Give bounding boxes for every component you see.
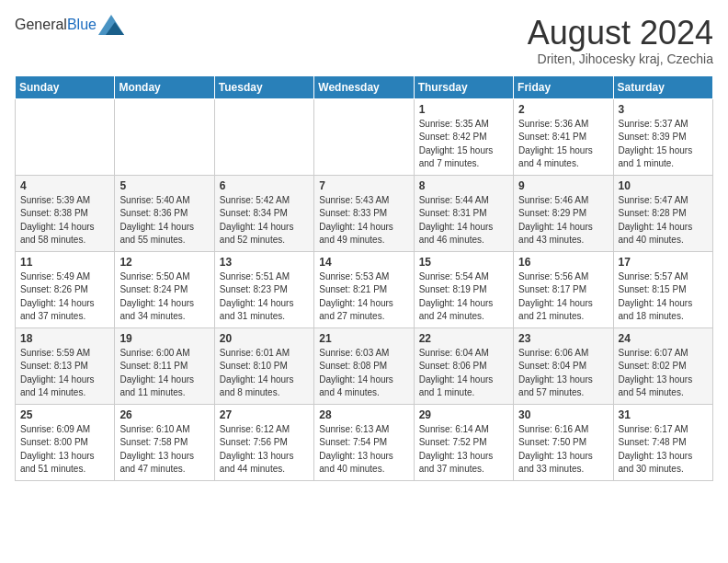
day-number: 30 (518, 408, 608, 421)
weekday-header-tuesday: Tuesday (214, 75, 313, 98)
day-info: Sunrise: 6:00 AM Sunset: 8:11 PM Dayligh… (119, 347, 209, 400)
day-cell: 1Sunrise: 5:35 AM Sunset: 8:42 PM Daylig… (414, 98, 513, 175)
day-number: 14 (319, 256, 408, 269)
day-number: 1 (419, 103, 508, 116)
page-header: GeneralBlue August 2024 Driten, Jihocesk… (15, 15, 713, 66)
day-info: Sunrise: 5:49 AM Sunset: 8:26 PM Dayligh… (20, 270, 109, 324)
day-cell: 11Sunrise: 5:49 AM Sunset: 8:26 PM Dayli… (16, 251, 115, 327)
weekday-header-wednesday: Wednesday (314, 75, 414, 98)
day-info: Sunrise: 5:51 AM Sunset: 8:23 PM Dayligh… (220, 270, 309, 324)
day-cell: 26Sunrise: 6:10 AM Sunset: 7:58 PM Dayli… (115, 404, 214, 480)
day-number: 19 (119, 332, 209, 345)
day-number: 5 (119, 179, 209, 192)
day-info: Sunrise: 6:07 AM Sunset: 8:02 PM Dayligh… (619, 347, 708, 400)
day-cell: 16Sunrise: 5:56 AM Sunset: 8:17 PM Dayli… (514, 251, 613, 327)
day-cell: 4Sunrise: 5:39 AM Sunset: 8:38 PM Daylig… (16, 175, 115, 251)
day-cell: 28Sunrise: 6:13 AM Sunset: 7:54 PM Dayli… (314, 404, 414, 480)
day-cell: 7Sunrise: 5:43 AM Sunset: 8:33 PM Daylig… (314, 175, 414, 251)
day-number: 3 (619, 103, 708, 116)
day-cell: 12Sunrise: 5:50 AM Sunset: 8:24 PM Dayli… (115, 251, 214, 327)
week-row-5: 25Sunrise: 6:09 AM Sunset: 8:00 PM Dayli… (16, 404, 713, 480)
day-info: Sunrise: 5:42 AM Sunset: 8:34 PM Dayligh… (220, 194, 309, 247)
day-info: Sunrise: 5:39 AM Sunset: 8:38 PM Dayligh… (20, 194, 109, 247)
weekday-header-row: SundayMondayTuesdayWednesdayThursdayFrid… (16, 75, 713, 98)
day-cell: 20Sunrise: 6:01 AM Sunset: 8:10 PM Dayli… (214, 327, 313, 404)
logo-icon (98, 15, 124, 35)
day-info: Sunrise: 6:04 AM Sunset: 8:06 PM Dayligh… (419, 347, 508, 400)
day-number: 17 (619, 256, 708, 269)
day-info: Sunrise: 6:16 AM Sunset: 7:50 PM Dayligh… (518, 423, 608, 477)
day-cell: 15Sunrise: 5:54 AM Sunset: 8:19 PM Dayli… (414, 251, 513, 327)
day-cell: 9Sunrise: 5:46 AM Sunset: 8:29 PM Daylig… (514, 175, 613, 251)
day-cell: 27Sunrise: 6:12 AM Sunset: 7:56 PM Dayli… (214, 404, 313, 480)
day-number: 23 (518, 332, 608, 345)
day-cell: 22Sunrise: 6:04 AM Sunset: 8:06 PM Dayli… (414, 327, 513, 404)
day-cell: 8Sunrise: 5:44 AM Sunset: 8:31 PM Daylig… (414, 175, 513, 251)
day-info: Sunrise: 6:06 AM Sunset: 8:04 PM Dayligh… (518, 347, 608, 400)
month-title: August 2024 (528, 15, 713, 52)
day-number: 24 (619, 332, 708, 345)
weekday-header-friday: Friday (514, 75, 613, 98)
day-info: Sunrise: 5:56 AM Sunset: 8:17 PM Dayligh… (518, 270, 608, 324)
day-cell: 6Sunrise: 5:42 AM Sunset: 8:34 PM Daylig… (214, 175, 313, 251)
logo-blue: Blue (67, 17, 97, 32)
day-cell: 19Sunrise: 6:00 AM Sunset: 8:11 PM Dayli… (115, 327, 214, 404)
day-cell: 17Sunrise: 5:57 AM Sunset: 8:15 PM Dayli… (613, 251, 712, 327)
day-info: Sunrise: 6:12 AM Sunset: 7:56 PM Dayligh… (220, 423, 309, 477)
location: Driten, Jihocesky kraj, Czechia (528, 52, 713, 66)
weekday-header-thursday: Thursday (414, 75, 513, 98)
weekday-header-monday: Monday (115, 75, 214, 98)
day-info: Sunrise: 6:10 AM Sunset: 7:58 PM Dayligh… (119, 423, 209, 477)
day-cell (314, 98, 414, 175)
day-info: Sunrise: 6:14 AM Sunset: 7:52 PM Dayligh… (419, 423, 508, 477)
day-info: Sunrise: 5:50 AM Sunset: 8:24 PM Dayligh… (119, 270, 209, 324)
day-cell: 31Sunrise: 6:17 AM Sunset: 7:48 PM Dayli… (613, 404, 712, 480)
calendar-table: SundayMondayTuesdayWednesdayThursdayFrid… (15, 75, 713, 481)
logo-general: General (15, 17, 67, 32)
day-number: 18 (20, 332, 109, 345)
day-number: 20 (220, 332, 309, 345)
day-info: Sunrise: 5:57 AM Sunset: 8:15 PM Dayligh… (619, 270, 708, 324)
day-cell: 3Sunrise: 5:37 AM Sunset: 8:39 PM Daylig… (613, 98, 712, 175)
day-cell: 13Sunrise: 5:51 AM Sunset: 8:23 PM Dayli… (214, 251, 313, 327)
day-cell: 24Sunrise: 6:07 AM Sunset: 8:02 PM Dayli… (613, 327, 712, 404)
day-info: Sunrise: 6:09 AM Sunset: 8:00 PM Dayligh… (20, 423, 109, 477)
day-info: Sunrise: 5:36 AM Sunset: 8:41 PM Dayligh… (518, 118, 608, 171)
day-number: 25 (20, 408, 109, 421)
day-number: 4 (20, 179, 109, 192)
day-cell: 18Sunrise: 5:59 AM Sunset: 8:13 PM Dayli… (16, 327, 115, 404)
day-number: 10 (619, 179, 708, 192)
day-number: 8 (419, 179, 508, 192)
day-number: 28 (319, 408, 408, 421)
day-cell: 30Sunrise: 6:16 AM Sunset: 7:50 PM Dayli… (514, 404, 613, 480)
day-number: 11 (20, 256, 109, 269)
week-row-1: 1Sunrise: 5:35 AM Sunset: 8:42 PM Daylig… (16, 98, 713, 175)
day-cell: 5Sunrise: 5:40 AM Sunset: 8:36 PM Daylig… (115, 175, 214, 251)
day-number: 12 (119, 256, 209, 269)
day-info: Sunrise: 6:13 AM Sunset: 7:54 PM Dayligh… (319, 423, 408, 477)
day-number: 2 (518, 103, 608, 116)
day-number: 26 (119, 408, 209, 421)
day-cell: 2Sunrise: 5:36 AM Sunset: 8:41 PM Daylig… (514, 98, 613, 175)
logo: GeneralBlue (15, 15, 124, 35)
day-info: Sunrise: 5:40 AM Sunset: 8:36 PM Dayligh… (119, 194, 209, 247)
day-info: Sunrise: 6:01 AM Sunset: 8:10 PM Dayligh… (220, 347, 309, 400)
day-info: Sunrise: 5:35 AM Sunset: 8:42 PM Dayligh… (419, 118, 508, 171)
day-info: Sunrise: 5:53 AM Sunset: 8:21 PM Dayligh… (319, 270, 408, 324)
day-cell: 29Sunrise: 6:14 AM Sunset: 7:52 PM Dayli… (414, 404, 513, 480)
day-cell (214, 98, 313, 175)
day-cell: 23Sunrise: 6:06 AM Sunset: 8:04 PM Dayli… (514, 327, 613, 404)
day-number: 31 (619, 408, 708, 421)
day-cell: 14Sunrise: 5:53 AM Sunset: 8:21 PM Dayli… (314, 251, 414, 327)
day-number: 22 (419, 332, 508, 345)
day-number: 27 (220, 408, 309, 421)
day-info: Sunrise: 5:54 AM Sunset: 8:19 PM Dayligh… (419, 270, 508, 324)
day-number: 21 (319, 332, 408, 345)
day-number: 16 (518, 256, 608, 269)
day-info: Sunrise: 5:46 AM Sunset: 8:29 PM Dayligh… (518, 194, 608, 247)
day-number: 6 (220, 179, 309, 192)
day-info: Sunrise: 6:17 AM Sunset: 7:48 PM Dayligh… (619, 423, 708, 477)
title-block: August 2024 Driten, Jihocesky kraj, Czec… (528, 15, 713, 66)
weekday-header-sunday: Sunday (16, 75, 115, 98)
day-number: 29 (419, 408, 508, 421)
